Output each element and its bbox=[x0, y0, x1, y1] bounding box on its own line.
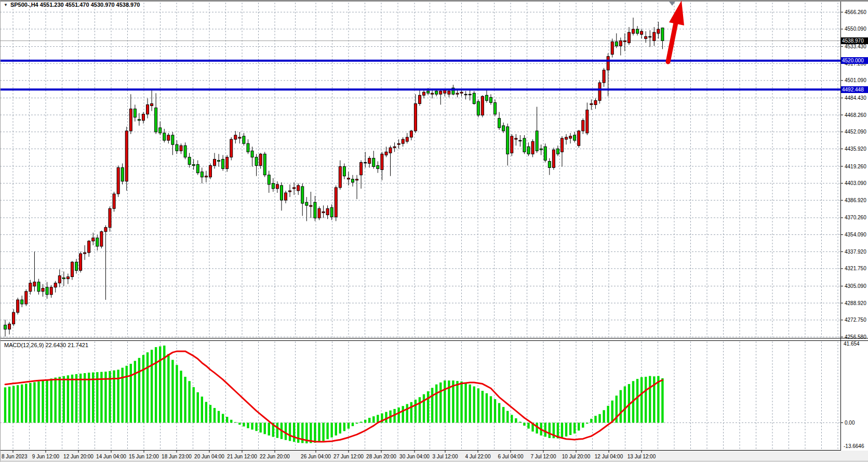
macd-histogram-bar bbox=[167, 354, 169, 423]
candle-body bbox=[473, 93, 475, 103]
macd-histogram-bar bbox=[205, 402, 207, 423]
macd-histogram-bar bbox=[59, 377, 61, 423]
candle-body bbox=[343, 167, 345, 176]
macd-histogram-bar bbox=[594, 416, 596, 423]
macd-histogram-bar bbox=[46, 379, 48, 423]
candle-body bbox=[12, 312, 15, 324]
macd-histogram-bar bbox=[494, 399, 496, 423]
macd-histogram-bar bbox=[397, 407, 399, 423]
chart-canvas[interactable]: 4566.2604550.0904533.4304517.2604501.090… bbox=[0, 0, 868, 462]
macd-histogram-bar bbox=[67, 375, 69, 423]
candle-body bbox=[196, 165, 199, 173]
hline-price-tag-4492[interactable]: 4492.448 bbox=[841, 86, 868, 93]
candle-body bbox=[318, 208, 321, 218]
price-axis-label: 4386.920 bbox=[845, 197, 866, 203]
candle-body bbox=[230, 139, 233, 157]
macd-histogram-bar bbox=[385, 412, 387, 423]
candle-body bbox=[310, 205, 312, 206]
candle-body bbox=[209, 166, 211, 177]
time-axis-label: 12 Jul 04:00 bbox=[595, 454, 623, 459]
candle-body bbox=[351, 179, 354, 182]
macd-histogram-bar bbox=[84, 373, 86, 423]
time-axis-label: 28 Jun 20:00 bbox=[366, 454, 396, 459]
candle-body bbox=[548, 161, 551, 167]
macd-histogram-bar bbox=[544, 423, 546, 437]
candle-body bbox=[289, 191, 291, 192]
macd-histogram-bar bbox=[502, 407, 504, 423]
candle-body bbox=[247, 143, 249, 152]
time-axis-label: 8 Jun 2023 bbox=[2, 454, 28, 459]
candle-body bbox=[494, 102, 497, 114]
candle-body bbox=[489, 97, 492, 102]
macd-histogram-bar bbox=[527, 423, 529, 428]
macd-histogram-bar bbox=[17, 385, 19, 423]
macd-histogram-bar bbox=[184, 377, 186, 423]
macd-histogram-bar bbox=[565, 423, 567, 436]
candle-body bbox=[511, 136, 513, 153]
macd-histogram-bar bbox=[255, 423, 257, 431]
macd-histogram-bar bbox=[569, 423, 571, 435]
candle-body bbox=[402, 139, 404, 143]
symbol-dropdown-icon[interactable]: ▼ bbox=[4, 3, 8, 7]
candle-body bbox=[456, 93, 459, 94]
macd-histogram-bar bbox=[549, 423, 551, 438]
hline-price-tag-4520[interactable]: 4520.000 bbox=[841, 57, 868, 64]
candle-body bbox=[293, 188, 296, 189]
candle-body bbox=[155, 108, 157, 132]
macd-histogram-bar bbox=[21, 385, 23, 423]
candle-body bbox=[176, 144, 178, 151]
candle-body bbox=[37, 282, 40, 292]
time-axis-label: 3 Jul 12:00 bbox=[433, 454, 458, 459]
candle-body bbox=[372, 158, 375, 166]
candle-body bbox=[259, 154, 262, 165]
time-axis-label: 18 Jun 23:00 bbox=[162, 454, 192, 459]
macd-histogram-bar bbox=[138, 358, 140, 423]
candle-body bbox=[506, 127, 509, 154]
macd-histogram-bar bbox=[460, 381, 462, 423]
time-axis-label: 12 Jun 20:00 bbox=[63, 454, 94, 459]
macd-histogram-bar bbox=[360, 422, 362, 423]
candle-body bbox=[117, 168, 119, 194]
macd-histogram-bar bbox=[126, 366, 128, 423]
macd-histogram-bar bbox=[431, 388, 433, 423]
candle-body bbox=[234, 135, 237, 139]
price-axis-label: 4550.090 bbox=[845, 26, 866, 32]
candle-body bbox=[477, 101, 479, 115]
macd-histogram-bar bbox=[188, 381, 190, 423]
candle-body bbox=[427, 91, 430, 93]
candle-body bbox=[121, 168, 124, 181]
candle-body bbox=[498, 118, 501, 128]
candle-body bbox=[615, 42, 618, 46]
macd-histogram-bar bbox=[573, 423, 576, 433]
candle-body bbox=[368, 158, 371, 163]
candle-body bbox=[263, 154, 266, 175]
macd-histogram-bar bbox=[146, 352, 149, 423]
price-axis-label: 4305.090 bbox=[845, 283, 866, 289]
macd-histogram-bar bbox=[121, 368, 123, 423]
candle-body bbox=[113, 194, 115, 208]
candle-body bbox=[66, 277, 69, 279]
candle-body bbox=[393, 147, 396, 148]
candle-body bbox=[138, 120, 140, 121]
macd-histogram-bar bbox=[285, 423, 287, 440]
candle-body bbox=[25, 292, 28, 304]
macd-histogram-bar bbox=[326, 423, 328, 439]
macd-histogram-bar bbox=[636, 379, 638, 423]
macd-histogram-bar bbox=[498, 403, 500, 423]
candle-body bbox=[364, 162, 367, 163]
macd-histogram-bar bbox=[151, 350, 153, 423]
candle-body bbox=[272, 183, 274, 189]
candle-body bbox=[180, 146, 182, 151]
candle-body bbox=[255, 157, 258, 165]
candle-body bbox=[519, 140, 522, 141]
macd-histogram-bar bbox=[55, 378, 57, 423]
macd-histogram-bar bbox=[289, 423, 291, 441]
macd-histogram-bar bbox=[226, 417, 228, 423]
candle-body bbox=[418, 95, 421, 103]
candle-body bbox=[578, 131, 580, 146]
candle-body bbox=[62, 278, 65, 279]
candle-body bbox=[104, 228, 107, 232]
candle-body bbox=[268, 175, 270, 184]
macd-histogram-bar bbox=[439, 382, 442, 423]
macd-histogram-bar bbox=[506, 411, 509, 423]
